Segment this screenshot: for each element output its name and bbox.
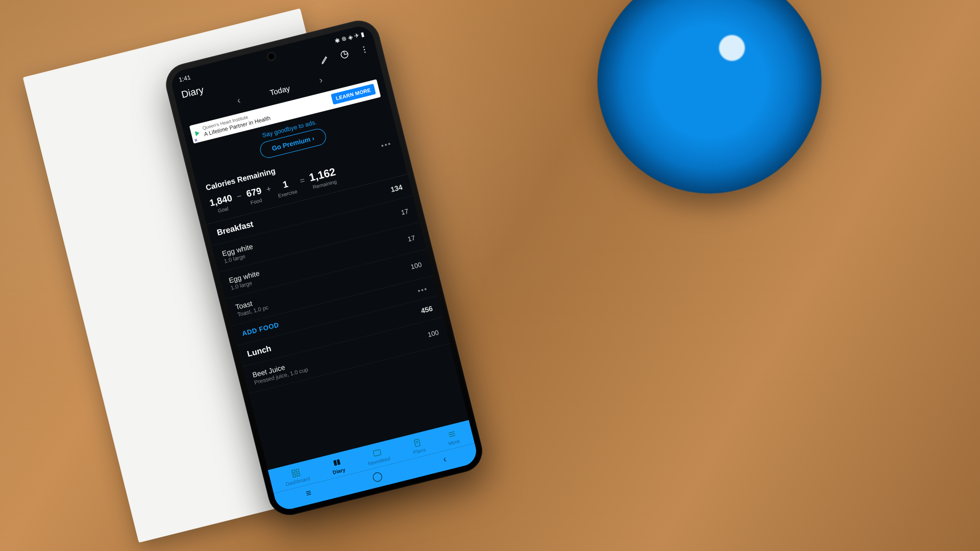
more-vert-icon[interactable] <box>359 44 370 55</box>
svg-rect-5 <box>296 469 299 472</box>
nav-newsfeed[interactable]: Newsfeed <box>365 446 391 467</box>
nav-more[interactable]: More <box>445 429 460 447</box>
meal-name: Lunch <box>246 344 272 359</box>
minus-icon: − <box>236 191 244 208</box>
calories-menu-icon[interactable]: ••• <box>380 139 393 150</box>
svg-rect-8 <box>373 449 381 456</box>
edit-icon[interactable] <box>319 54 330 65</box>
add-food-label: ADD FOOD <box>241 321 280 337</box>
food-cal: 17 <box>400 207 409 216</box>
meal-name: Breakfast <box>216 219 254 237</box>
ad-close-icon[interactable]: ✕ <box>193 137 199 143</box>
svg-point-3 <box>364 52 366 53</box>
statusbar-time: 1:41 <box>178 73 191 83</box>
svg-rect-4 <box>291 470 295 473</box>
date-prev-button[interactable]: ‹ <box>231 92 247 109</box>
svg-rect-7 <box>297 473 300 476</box>
cal-goal-value: 1,840 <box>208 193 233 209</box>
sysnav-back-icon[interactable]: ‹ <box>442 454 448 466</box>
promo-cta-label: Go Premium › <box>271 134 315 152</box>
plus-icon: + <box>265 184 274 201</box>
meal-total: 134 <box>390 183 404 193</box>
cal-exercise-value: 1 <box>282 179 289 191</box>
appbar-title: Diary <box>180 84 205 101</box>
water-glass-prop <box>597 0 822 194</box>
nav-plans[interactable]: Plans <box>410 437 426 455</box>
cal-goal-label: Goal <box>217 206 229 214</box>
svg-point-1 <box>363 46 364 48</box>
nav-dashboard[interactable]: Dashboard <box>282 466 310 487</box>
date-next-button[interactable]: › <box>313 71 329 89</box>
sysnav-recents-icon[interactable]: ≡ <box>305 487 313 499</box>
ad-play-icon <box>195 130 200 136</box>
meal-total: 456 <box>420 304 434 315</box>
food-cal: 100 <box>427 329 439 339</box>
food-cal: 100 <box>410 261 423 271</box>
meal-menu-icon[interactable]: ••• <box>417 285 429 294</box>
svg-rect-6 <box>292 474 296 477</box>
cal-exercise-label: Exercise <box>278 188 298 198</box>
chart-pie-icon[interactable] <box>339 49 350 60</box>
nav-diary[interactable]: Diary <box>330 457 346 475</box>
date-label[interactable]: Today <box>269 84 291 97</box>
equals-icon: = <box>299 176 308 192</box>
food-cal: 17 <box>407 234 416 243</box>
sysnav-home-icon[interactable]: ◯ <box>371 470 384 483</box>
svg-point-2 <box>363 49 365 51</box>
